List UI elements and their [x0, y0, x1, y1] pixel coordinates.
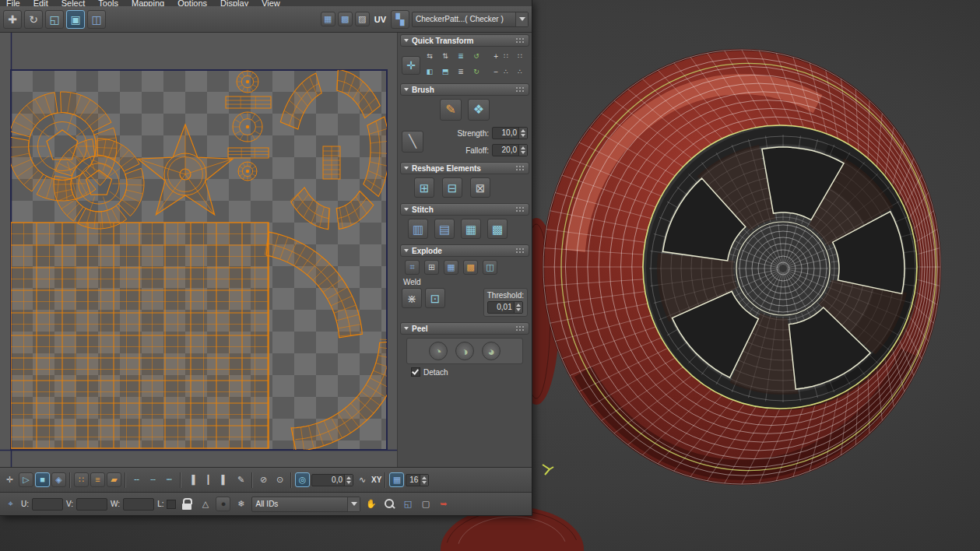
threshold-spinner[interactable]	[514, 302, 522, 313]
soft-selection-spinner[interactable]	[344, 475, 353, 486]
stitch-average-icon[interactable]: ▦	[461, 219, 481, 239]
menu-item-view[interactable]: View	[262, 0, 280, 6]
soft-selection-icon[interactable]: ◎	[295, 472, 310, 487]
checker-texture-icon[interactable]: ▚	[391, 10, 409, 29]
point-to-point-seam-icon[interactable]: ⊘	[256, 472, 271, 487]
snap-transform-icon[interactable]: ✛	[402, 56, 420, 75]
rollout-header-explode[interactable]: Explode	[400, 244, 529, 257]
paint-brush-icon[interactable]: ✎	[440, 99, 462, 121]
vertex-mode-icon[interactable]: ∷	[74, 472, 89, 487]
space-vertical-icon[interactable]: ∴	[500, 65, 512, 78]
strength-spinner[interactable]	[518, 128, 527, 139]
freeform-mode-icon[interactable]: ▣	[66, 10, 85, 29]
align-bracket-right-icon[interactable]: ▌	[217, 472, 232, 487]
brush-size-field[interactable]: 16	[406, 474, 429, 486]
space-minus-label[interactable]: −	[494, 68, 498, 76]
move-vertical-icon[interactable]: ⇅	[439, 50, 451, 62]
rollout-header-peel[interactable]: Peel	[400, 322, 529, 335]
uv-canvas[interactable]	[0, 33, 397, 467]
falloff-field[interactable]: 20,0	[492, 144, 528, 156]
align-bar-icon[interactable]: ┃	[201, 472, 216, 487]
menu-item-edit[interactable]: Edit	[33, 0, 48, 6]
zoom-to-gizmo-icon[interactable]: ➥	[436, 497, 451, 511]
stitch-source-icon[interactable]: ▤	[434, 219, 455, 239]
rollout-header-reshape[interactable]: Reshape Elements	[400, 162, 529, 174]
weld-all-icon[interactable]: ⊡	[425, 288, 445, 308]
explode-detach-icon[interactable]: ⊞	[424, 260, 439, 275]
edge-loop-icon[interactable]: ╌	[129, 472, 144, 487]
absolute-typein-icon[interactable]: ⌖	[3, 497, 18, 511]
strength-field[interactable]: 10,0	[492, 127, 528, 139]
zoom-icon[interactable]	[381, 497, 397, 512]
align-horizontal-icon[interactable]: ◧	[423, 65, 436, 78]
material-id-dropdown-arrow[interactable]	[347, 497, 360, 511]
rollout-header-quick-transform[interactable]: Quick Transform	[400, 34, 529, 47]
relax-elements-icon[interactable]: ⊞	[414, 177, 434, 198]
show-grid-icon[interactable]: ▦	[321, 12, 335, 26]
weld-selected-icon[interactable]: ⋇	[402, 288, 422, 308]
rectangularize-icon[interactable]: ⊠	[470, 177, 490, 198]
select-element-icon[interactable]: ■	[35, 472, 50, 487]
straighten-selection-icon[interactable]: ⊟	[442, 177, 462, 198]
explode-break-icon[interactable]: ⌗	[405, 260, 420, 275]
lock-aspect-checkbox[interactable]	[167, 500, 176, 509]
move-subobject-icon[interactable]: ✛	[2, 472, 17, 487]
explode-normal-map-icon[interactable]: ▩	[463, 260, 478, 275]
menu-item-mapping[interactable]: Mapping	[132, 0, 164, 6]
menu-item-file[interactable]: File	[6, 0, 20, 6]
paint-select-size-icon[interactable]: ▦	[389, 472, 404, 487]
stitch-target-icon[interactable]: ▩	[487, 219, 508, 239]
align-edges-icon[interactable]: ≣	[455, 50, 467, 62]
edge-mode-icon[interactable]: ≡	[90, 472, 105, 487]
rotate-cw-icon[interactable]: ↻	[470, 65, 483, 78]
peel-reset-icon[interactable]: ◕	[482, 342, 501, 360]
space-plus-label[interactable]: +	[494, 52, 498, 61]
brush-size-spinner[interactable]	[420, 475, 428, 486]
show-map-icon[interactable]: ▩	[338, 12, 353, 26]
relax-brush-icon[interactable]: ❖	[468, 99, 490, 121]
threshold-field[interactable]: 0,01	[487, 301, 523, 314]
texture-dropdown-arrow[interactable]	[515, 12, 528, 26]
align-bracket-left-icon[interactable]: ▐	[184, 472, 199, 487]
rotate-ccw-icon[interactable]: ↺	[470, 50, 483, 62]
w-field[interactable]	[123, 498, 154, 511]
space-horizontal-icon[interactable]: ∷	[500, 50, 512, 62]
rollout-header-stitch[interactable]: Stitch	[400, 203, 529, 216]
material-id-filter-dropdown[interactable]: All IDs	[251, 497, 360, 512]
pack-vertical-icon[interactable]: ∴	[514, 65, 526, 78]
mirror-icon[interactable]: ◫	[87, 10, 106, 29]
falloff-space-label[interactable]: XY	[371, 476, 381, 484]
falloff-spinner[interactable]	[518, 145, 527, 156]
move-tool-icon[interactable]: ✚	[3, 10, 22, 29]
grow-loop-icon[interactable]: ┉	[162, 472, 177, 487]
edge-ring-icon[interactable]: ┄	[146, 472, 160, 487]
menu-item-tools[interactable]: Tools	[98, 0, 118, 6]
pack-horizontal-icon[interactable]: ∷	[514, 50, 526, 62]
zoom-extents-icon[interactable]: ▢	[418, 497, 433, 511]
detach-checkbox[interactable]	[411, 367, 420, 377]
quick-peel-icon[interactable]: ◔	[429, 342, 448, 360]
peel-mode-icon[interactable]: ◑	[455, 342, 474, 360]
rotate-tool-icon[interactable]: ↻	[24, 10, 43, 29]
stitch-custom-icon[interactable]: ▥	[408, 219, 428, 239]
tile-map-icon[interactable]: ▨	[355, 12, 370, 26]
rollout-header-brush[interactable]: Brush	[400, 83, 529, 96]
move-horizontal-icon[interactable]: ⇆	[423, 50, 436, 62]
menu-item-display[interactable]: Display	[220, 0, 248, 6]
zoom-region-icon[interactable]: ◱	[400, 497, 415, 511]
pan-hand-icon[interactable]: ✋	[364, 497, 378, 511]
explode-flatten-icon[interactable]: ▦	[444, 260, 458, 275]
filter-selected-faces-icon[interactable]: △	[198, 497, 213, 511]
align-vertical-icon[interactable]: ⬒	[439, 65, 451, 78]
freeze-icon[interactable]: ❄	[234, 497, 248, 511]
soft-selection-falloff-field[interactable]: 0,0	[311, 474, 353, 486]
polygon-mode-icon[interactable]: ◈	[51, 472, 66, 487]
lock-selection-icon[interactable]	[179, 497, 195, 512]
u-field[interactable]	[32, 498, 63, 511]
explode-unfold-icon[interactable]: ◫	[483, 260, 497, 275]
face-mode-icon[interactable]: ▰	[107, 472, 121, 487]
select-polygon-icon[interactable]: ▷	[19, 472, 33, 487]
menu-item-select[interactable]: Select	[61, 0, 86, 6]
brush-falloff-icon[interactable]: ╲	[402, 131, 423, 153]
scale-tool-icon[interactable]: ◱	[45, 10, 64, 29]
